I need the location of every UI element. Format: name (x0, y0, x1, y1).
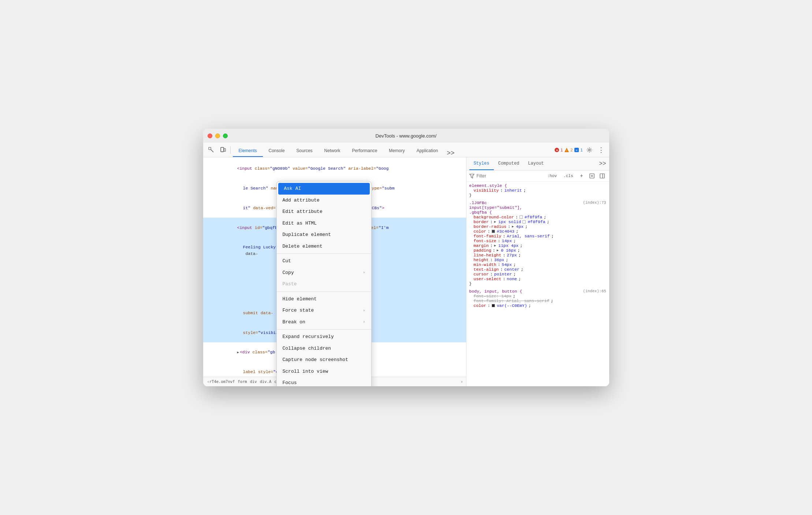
context-menu-overlay[interactable]: Ask AI Add attribute Edit attribute Edit… (203, 157, 466, 386)
css-close-brace: } (469, 281, 606, 286)
minimize-button[interactable] (215, 134, 220, 138)
close-button[interactable] (208, 134, 212, 138)
css-source: (index):73 (583, 200, 606, 205)
color-swatch[interactable] (519, 215, 523, 219)
menu-item-scroll[interactable]: Scroll into view (277, 366, 371, 377)
menu-item-collapse[interactable]: Collapse children (277, 343, 371, 354)
devtools-toolbar: Elements Console Sources Network Perform… (203, 143, 609, 157)
dom-panel[interactable]: <input class="gNO89b" value="Google Sear… (203, 157, 466, 386)
css-property-bg-color: background-color : #f8f9fa ; (469, 215, 606, 219)
css-value: center (504, 267, 519, 272)
menu-item-label: Force state (283, 307, 314, 314)
menu-item-duplicate[interactable]: Duplicate element (277, 229, 371, 241)
css-prop: border (474, 219, 489, 224)
tab-application[interactable]: Application (411, 145, 444, 157)
css-prop: padding (474, 248, 491, 253)
menu-item-focus[interactable]: Focus (277, 377, 371, 386)
menu-item-ask-ai[interactable]: Ask AI (278, 183, 370, 195)
more-tabs-button[interactable]: >> (444, 149, 457, 157)
tab-layout[interactable]: Layout (524, 158, 548, 170)
css-value: #f8f9fa (528, 219, 545, 224)
menu-item-delete[interactable]: Delete element (277, 241, 371, 252)
menu-item-force-state[interactable]: Force state › (277, 305, 371, 316)
toggle-sidebar-icon[interactable] (598, 172, 606, 180)
css-colon: : (500, 267, 503, 272)
css-property-margin: margin : ▶ 11px 4px ; (469, 243, 606, 248)
color-swatch[interactable] (492, 230, 495, 233)
css-selector-3: .gbqfba { (469, 210, 492, 215)
add-style-icon[interactable]: + (578, 172, 586, 180)
filter-icon (469, 173, 474, 178)
context-menu: Ask AI Add attribute Edit attribute Edit… (276, 181, 372, 386)
css-property-height: height : 36px ; (469, 258, 606, 262)
expand-triangle[interactable]: ▶ (497, 248, 499, 252)
css-source: (index):65 (583, 289, 606, 294)
css-semi: ; (518, 277, 521, 281)
menu-item-label: Break on (283, 319, 305, 326)
css-property-user-select: user-select : none ; (469, 277, 606, 281)
css-colon: : (498, 238, 500, 243)
css-value: 27px (507, 253, 517, 258)
new-style-rule-icon[interactable] (588, 172, 596, 180)
error-badge: ✕ 1 (554, 147, 563, 153)
color-swatch[interactable] (522, 220, 526, 223)
css-rule-body-input: body, input, button { (index):65 font-si… (469, 289, 606, 308)
tab-memory[interactable]: Memory (383, 145, 410, 157)
menu-item-hide[interactable]: Hide element (277, 293, 371, 305)
maximize-button[interactable] (223, 134, 228, 138)
tab-sources[interactable]: Sources (291, 145, 319, 157)
css-colon: : (490, 243, 493, 248)
css-semi: ; (524, 188, 526, 193)
css-semi: ; (518, 248, 520, 253)
more-options-icon[interactable]: ⋮ (596, 145, 606, 155)
hov-filter-button[interactable]: :hov (545, 173, 559, 179)
css-rule-header: element.style { (469, 183, 606, 188)
menu-separator (277, 253, 371, 254)
tab-elements[interactable]: Elements (233, 145, 263, 157)
menu-item-expand[interactable]: Expand recursively (277, 331, 371, 343)
css-value: 1px solid (498, 219, 521, 224)
styles-filter-input[interactable] (477, 173, 543, 178)
tab-computed[interactable]: Computed (494, 158, 524, 170)
css-colon: : (490, 272, 493, 277)
svg-text:!: ! (566, 149, 567, 152)
warning-badge: ! 2 (564, 147, 573, 153)
css-rule-ljfbc: .lJ9FBc (index):73 input[type="submit"],… (469, 200, 606, 286)
cls-filter-button[interactable]: .cls (561, 173, 575, 179)
svg-point-11 (588, 149, 590, 151)
expand-triangle[interactable]: ▶ (512, 225, 514, 229)
css-prop: min-width (474, 262, 496, 267)
color-swatch[interactable] (492, 304, 495, 307)
svg-text:✕: ✕ (556, 149, 558, 152)
styles-tabs: Styles Computed Layout >> (466, 157, 609, 170)
tab-performance[interactable]: Performance (346, 145, 383, 157)
css-prop: visibility (474, 188, 499, 193)
settings-icon[interactable] (584, 145, 595, 155)
css-prop: font-size (474, 238, 496, 243)
device-icon[interactable] (218, 145, 228, 155)
menu-item-copy[interactable]: Copy › (277, 267, 371, 279)
css-close-brace: } (469, 193, 606, 198)
inspect-icon[interactable] (206, 145, 216, 155)
menu-item-break-on[interactable]: Break on › (277, 316, 371, 328)
menu-item-edit-attribute[interactable]: Edit attribute (277, 206, 371, 218)
css-semi: ; (551, 298, 554, 303)
css-property-min-width: min-width : 54px ; (469, 262, 606, 267)
tab-console[interactable]: Console (263, 145, 291, 157)
css-semi: ; (513, 294, 515, 298)
menu-item-capture[interactable]: Capture node screenshot (277, 354, 371, 366)
tab-styles[interactable]: Styles (469, 158, 494, 170)
menu-item-edit-html[interactable]: Edit as HTML (277, 218, 371, 229)
tab-network[interactable]: Network (319, 145, 346, 157)
expand-triangle[interactable]: ▶ (494, 244, 496, 248)
expand-triangle[interactable]: ▶ (494, 220, 496, 224)
menu-item-add-attribute[interactable]: Add attribute (277, 195, 371, 206)
svg-rect-16 (600, 174, 604, 178)
css-property-color-var: color : var(--C0EmY) ; (469, 303, 606, 308)
css-prop: user-select (474, 277, 502, 281)
more-styles-tabs[interactable]: >> (599, 161, 606, 167)
menu-item-label: Add attribute (283, 197, 320, 204)
css-colon: : (493, 248, 495, 253)
menu-item-cut[interactable]: Cut (277, 255, 371, 267)
css-value: 0 16px (501, 248, 516, 253)
